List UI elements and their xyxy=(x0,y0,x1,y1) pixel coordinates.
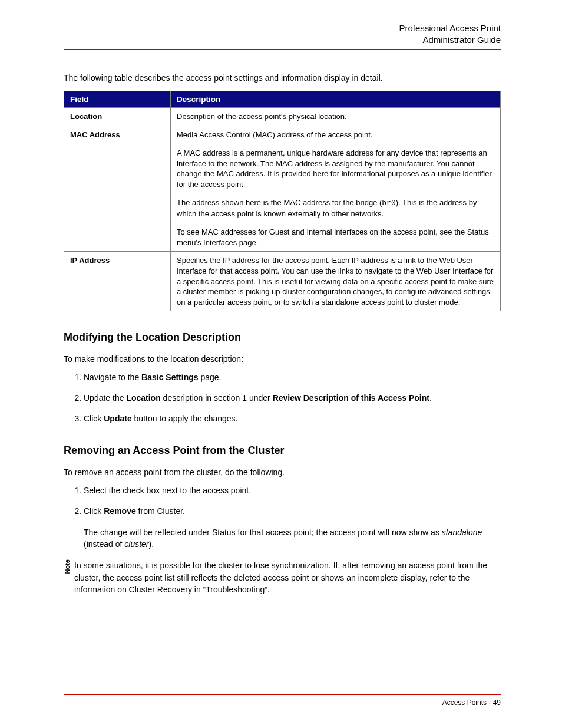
mac-p1: Media Access Control (MAC) address of th… xyxy=(177,130,494,140)
footer-text: Access Points - 49 xyxy=(442,699,501,707)
mac-p2: A MAC address is a permanent, unique har… xyxy=(177,148,494,189)
settings-table: Field Description Location Description o… xyxy=(64,91,501,311)
field-location: Location xyxy=(64,108,171,126)
desc-mac: Media Access Control (MAC) address of th… xyxy=(171,126,501,252)
list-item: Update the Location description in secti… xyxy=(84,393,501,404)
desc-location: Description of the access point's physic… xyxy=(171,108,501,126)
header-line2: Administrator Guide xyxy=(64,34,501,46)
header-line1: Professional Access Point xyxy=(64,22,501,34)
ui-update: Update xyxy=(104,414,131,423)
mac-p4: To see MAC addresses for Guest and Inter… xyxy=(177,227,494,248)
note-block: Note In some situations, it is possible … xyxy=(64,559,501,595)
table-row: MAC Address Media Access Control (MAC) a… xyxy=(64,126,501,252)
th-description: Description xyxy=(171,91,501,108)
table-row: Location Description of the access point… xyxy=(64,108,501,126)
ui-review-desc: Review Description of this Access Point xyxy=(273,393,429,403)
list-item: Click Remove from Cluster. xyxy=(84,506,501,517)
note-text: In some situations, it is possible for t… xyxy=(74,559,501,595)
intro-text: The following table describes the access… xyxy=(64,73,501,83)
list-item: Navigate to the Basic Settings page. xyxy=(84,372,501,383)
page: Professional Access Point Administrator … xyxy=(0,0,562,728)
field-ip: IP Address xyxy=(64,252,171,311)
section1-intro: To make modifications to the location de… xyxy=(64,354,501,364)
list-item: Select the check box next to the access … xyxy=(84,485,501,496)
ui-location: Location xyxy=(126,393,160,403)
code-br0: br0 xyxy=(382,199,395,207)
th-field: Field xyxy=(64,91,171,108)
note-label: Note xyxy=(64,559,71,575)
mac-p3: The address shown here is the MAC addres… xyxy=(177,197,494,219)
ui-remove: Remove xyxy=(104,506,135,516)
heading-remove-ap: Removing an Access Point from the Cluste… xyxy=(64,444,501,457)
section2-followup: The change will be reflected under Statu… xyxy=(84,526,501,551)
desc-ip: Specifies the IP address for the access … xyxy=(171,252,501,311)
page-header: Professional Access Point Administrator … xyxy=(64,22,501,50)
list-item: Click Update button to apply the changes… xyxy=(84,413,501,424)
section2-intro: To remove an access point from the clust… xyxy=(64,467,501,477)
table-row: IP Address Specifies the IP address for … xyxy=(64,252,501,311)
page-footer: Access Points - 49 xyxy=(64,694,501,707)
section1-steps: Navigate to the Basic Settings page. Upd… xyxy=(64,372,501,424)
ui-basic-settings: Basic Settings xyxy=(141,373,198,382)
field-mac: MAC Address xyxy=(64,126,171,252)
section2-steps: Select the check box next to the access … xyxy=(64,485,501,517)
heading-modify-location: Modifying the Location Description xyxy=(64,331,501,344)
